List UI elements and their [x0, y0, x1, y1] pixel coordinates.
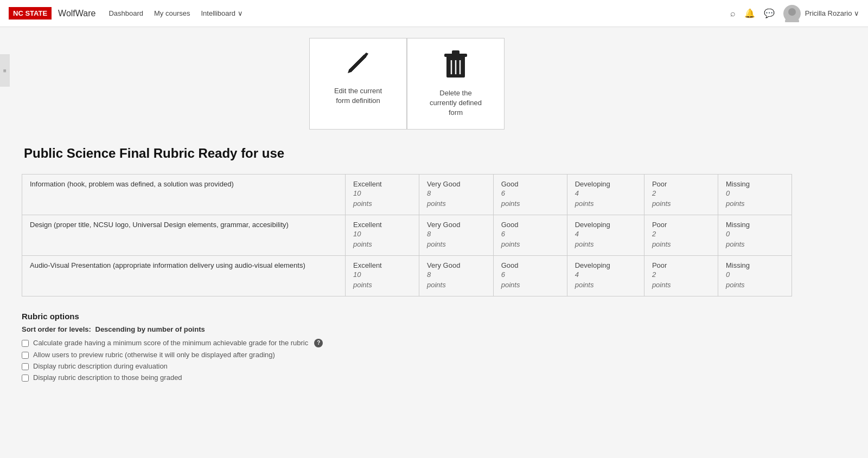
- sort-order-value: Descending by number of points: [95, 325, 205, 333]
- level-name: Poor: [652, 180, 710, 188]
- nav-right: ⌕ 🔔 💬 Pricilla Rozario ∨: [730, 5, 859, 22]
- rubric-option-label: Display rubric description to those bein…: [33, 373, 182, 382]
- level-name: Very Good: [427, 261, 486, 269]
- level-points: 4points: [575, 188, 636, 209]
- nav-link-my-courses[interactable]: My courses: [154, 9, 190, 17]
- level-points: 0points: [726, 229, 784, 250]
- nav-user[interactable]: Pricilla Rozario ∨: [783, 5, 859, 22]
- rubric-level-cell: Good6points: [493, 255, 567, 296]
- rubric-option-checkbox-3[interactable]: [22, 375, 29, 382]
- nav-links: Dashboard My courses Intelliboard ∨: [108, 9, 242, 17]
- rubric-level-cell: Excellent10points: [345, 174, 419, 215]
- level-name: Missing: [726, 261, 784, 269]
- rubric-level-cell: Missing0points: [718, 215, 792, 255]
- rubric-level-cell: Developing4points: [567, 255, 644, 296]
- rubric-option-item: Display rubric description to those bein…: [22, 373, 792, 382]
- rubric-level-cell: Missing0points: [718, 174, 792, 215]
- sort-order-line: Sort order for levels: Descending by num…: [22, 325, 792, 333]
- nav-link-dashboard[interactable]: Dashboard: [108, 9, 143, 17]
- level-name: Poor: [652, 261, 710, 269]
- level-name: Developing: [575, 221, 636, 229]
- level-name: Good: [501, 261, 559, 269]
- rubric-options-section: Rubric options Sort order for levels: De…: [22, 307, 792, 389]
- rubric-criterion: Design (proper title, NCSU logo, Univers…: [22, 215, 346, 255]
- level-points: 8points: [427, 188, 486, 209]
- rubric-level-cell: Missing0points: [718, 255, 792, 296]
- level-points: 6points: [501, 269, 559, 291]
- level-name: Very Good: [427, 221, 486, 229]
- svg-rect-4: [452, 50, 459, 55]
- edit-form-button[interactable]: Edit the currentform definition: [309, 38, 407, 130]
- delete-form-label: Delete thecurrently definedform: [430, 88, 482, 118]
- rubric-level-cell: Poor2points: [644, 174, 718, 215]
- level-points: 6points: [501, 229, 559, 250]
- nav-link-intelliboard[interactable]: Intelliboard ∨: [201, 9, 243, 17]
- level-name: Missing: [726, 180, 784, 188]
- rubric-level-cell: Poor2points: [644, 215, 718, 255]
- level-name: Developing: [575, 180, 636, 188]
- rubric-table: Information (hook, problem was defined, …: [22, 174, 792, 296]
- search-icon[interactable]: ⌕: [730, 9, 736, 18]
- rubric-option-checkbox-2[interactable]: [22, 363, 29, 370]
- delete-form-button[interactable]: Delete thecurrently definedform: [407, 38, 505, 130]
- level-points: 10points: [353, 269, 411, 291]
- level-points: 2points: [652, 269, 710, 291]
- svg-point-0: [788, 8, 796, 16]
- rubric-level-cell: Poor2points: [644, 255, 718, 296]
- bell-icon[interactable]: 🔔: [744, 8, 755, 18]
- level-points: 0points: [726, 269, 784, 291]
- level-name: Good: [501, 180, 559, 188]
- rubric-options-title: Rubric options: [22, 312, 792, 321]
- rubric-level-cell: Developing4points: [567, 174, 644, 215]
- level-points: 0points: [726, 188, 784, 209]
- help-icon[interactable]: ?: [314, 339, 323, 347]
- delete-icon: [442, 49, 469, 82]
- nav-brand: WolfWare: [58, 9, 95, 18]
- level-name: Excellent: [353, 221, 411, 229]
- sidebar-toggle[interactable]: ≡: [0, 54, 10, 87]
- rubric-level-cell: Excellent10points: [345, 215, 419, 255]
- rubric-option-label: Calculate grade having a minimum score o…: [33, 339, 308, 347]
- level-name: Very Good: [427, 180, 486, 188]
- rubric-level-cell: Very Good8points: [419, 255, 494, 296]
- rubric-level-cell: Good6points: [493, 174, 567, 215]
- level-points: 4points: [575, 269, 636, 291]
- level-name: Poor: [652, 221, 710, 229]
- rubric-level-cell: Good6points: [493, 215, 567, 255]
- level-name: Excellent: [353, 180, 411, 188]
- rubric-criterion: Information (hook, problem was defined, …: [22, 174, 346, 215]
- level-name: Missing: [726, 221, 784, 229]
- rubric-option-item: Display rubric description during evalua…: [22, 362, 792, 370]
- rubric-level-cell: Developing4points: [567, 215, 644, 255]
- level-name: Excellent: [353, 261, 411, 269]
- page-title: Public Science Final Rubric Ready for us…: [22, 146, 792, 161]
- level-points: 2points: [652, 188, 710, 209]
- edit-form-label: Edit the currentform definition: [334, 86, 382, 106]
- user-name-label: Pricilla Rozario ∨: [805, 9, 859, 17]
- level-points: 8points: [427, 269, 486, 291]
- rubric-option-item: Calculate grade having a minimum score o…: [22, 339, 792, 347]
- level-name: Developing: [575, 261, 636, 269]
- chat-icon[interactable]: 💬: [764, 8, 775, 18]
- svg-point-1: [785, 17, 799, 22]
- level-points: 10points: [353, 229, 411, 250]
- level-points: 2points: [652, 229, 710, 250]
- rubric-option-item: Allow users to preview rubric (otherwise…: [22, 351, 792, 359]
- rubric-row: Design (proper title, NCSU logo, Univers…: [22, 215, 792, 255]
- top-navigation: NC STATE WolfWare Dashboard My courses I…: [0, 0, 868, 27]
- edit-icon: [344, 49, 372, 80]
- avatar: [783, 5, 801, 22]
- rubric-option-label: Allow users to preview rubric (otherwise…: [33, 351, 275, 359]
- rubric-criterion: Audio-Visual Presentation (appropriate i…: [22, 255, 346, 296]
- level-name: Good: [501, 221, 559, 229]
- rubric-row: Audio-Visual Presentation (appropriate i…: [22, 255, 792, 296]
- rubric-option-checkbox-1[interactable]: [22, 352, 29, 359]
- rubric-option-checkbox-0[interactable]: [22, 340, 29, 347]
- nc-state-badge: NC STATE: [9, 7, 52, 20]
- sort-order-label: Sort order for levels:: [22, 325, 91, 333]
- rubric-level-cell: Very Good8points: [419, 174, 494, 215]
- rubric-level-cell: Excellent10points: [345, 255, 419, 296]
- action-buttons-row: Edit the currentform definition De: [22, 38, 792, 130]
- level-points: 6points: [501, 188, 559, 209]
- rubric-level-cell: Very Good8points: [419, 215, 494, 255]
